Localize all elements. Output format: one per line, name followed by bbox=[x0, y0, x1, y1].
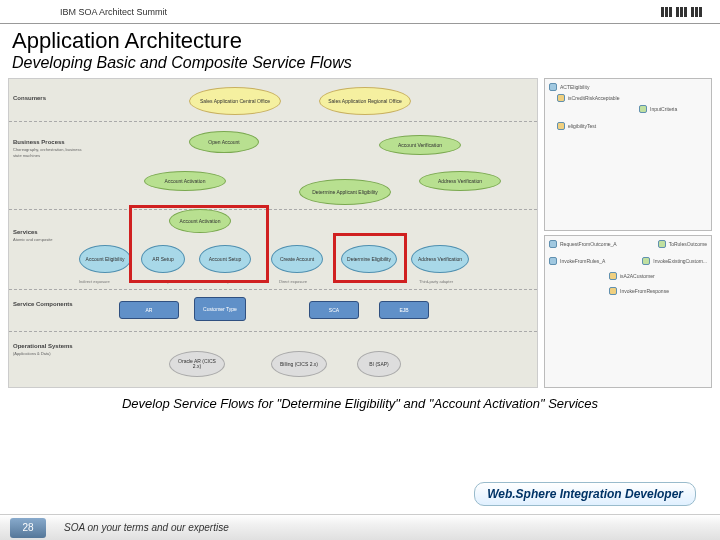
note-4: Direct exposure bbox=[279, 279, 307, 284]
node-consumer-regional: Sales Application Regional Office bbox=[319, 87, 411, 115]
node-comp-ar: AR bbox=[119, 301, 179, 319]
ide-item: InputCriteria bbox=[650, 106, 677, 112]
ide-item: eligibilityTest bbox=[568, 123, 596, 129]
page-title: Application Architecture bbox=[0, 24, 720, 54]
event-label: IBM SOA Architect Summit bbox=[60, 7, 167, 17]
page-subtitle: Developing Basic and Composite Service F… bbox=[0, 54, 720, 78]
ide-panel-top: ACTEligibility isCreditRiskAcceptable In… bbox=[544, 78, 712, 231]
tool-badge: Web.Sphere Integration Developer bbox=[474, 482, 696, 506]
row-consumers: Consumers bbox=[13, 95, 46, 102]
node-comp-customer-type: Customer Type bbox=[194, 297, 246, 321]
node-ops-bi: BI (SAP) bbox=[357, 351, 401, 377]
node-determine-eligibility-proc: Determine Applicant Eligibility bbox=[299, 179, 391, 205]
ide-item: InvokeExistingCustom... bbox=[653, 258, 707, 264]
node-account-activation-proc: Account Activation bbox=[144, 171, 226, 191]
row-process: Business ProcessChoreography, orchestrat… bbox=[13, 139, 83, 159]
node-svc-address-verification: Address Verification bbox=[411, 245, 469, 273]
diagram-caption: Develop Service Flows for "Determine Eli… bbox=[0, 388, 720, 415]
node-comp-ejb: EJB bbox=[379, 301, 429, 319]
row-ops: Operational Systems(Applications & Data) bbox=[13, 343, 73, 356]
note-1: Indirect exposure bbox=[79, 279, 110, 284]
node-ops-billing: Billing (CICS 2.x) bbox=[271, 351, 327, 377]
ide-item: InvokeFromResponse bbox=[620, 288, 669, 294]
footer-bar: 28 SOA on your terms and our expertise bbox=[0, 514, 720, 540]
row-services: ServicesAtomic and composite bbox=[13, 229, 52, 242]
node-consumer-central: Sales Application Central Office bbox=[189, 87, 281, 115]
ide-panel-bottom: RequestFromOutcome_AToRulesOutcome Invok… bbox=[544, 235, 712, 388]
ide-item: InvokeFromRules_A bbox=[560, 258, 605, 264]
node-ops-oracle: Oracle AR (CICS 2.x) bbox=[169, 351, 225, 377]
ide-item: isA2ACustomer bbox=[620, 273, 655, 279]
ibm-logo bbox=[661, 7, 708, 17]
ide-item: ACTEligibility bbox=[560, 84, 589, 90]
node-open-account: Open Account bbox=[189, 131, 259, 153]
architecture-diagram: Consumers Business ProcessChoreography, … bbox=[8, 78, 538, 388]
node-address-verification-proc: Address Verification bbox=[419, 171, 501, 191]
node-account-verification: Account Verification bbox=[379, 135, 461, 155]
note-5: Third-party adapter bbox=[419, 279, 453, 284]
ide-item: isCreditRiskAcceptable bbox=[568, 95, 619, 101]
ide-preview-panel: ACTEligibility isCreditRiskAcceptable In… bbox=[544, 78, 712, 388]
header-bar: IBM SOA Architect Summit bbox=[0, 0, 720, 24]
ide-item: ToRulesOutcome bbox=[669, 241, 707, 247]
node-comp-sca: SCA bbox=[309, 301, 359, 319]
page-number: 28 bbox=[10, 518, 46, 538]
node-svc-acct-activation: Account Activation bbox=[169, 209, 231, 233]
highlight-determine-eligibility bbox=[333, 233, 407, 283]
row-components: Service Components bbox=[13, 301, 73, 308]
node-svc-create-account: Create Account bbox=[271, 245, 323, 273]
node-svc-acct-eligibility: Account Eligibility bbox=[79, 245, 131, 273]
ide-item: RequestFromOutcome_A bbox=[560, 241, 617, 247]
footer-tagline: SOA on your terms and our expertise bbox=[64, 522, 229, 533]
